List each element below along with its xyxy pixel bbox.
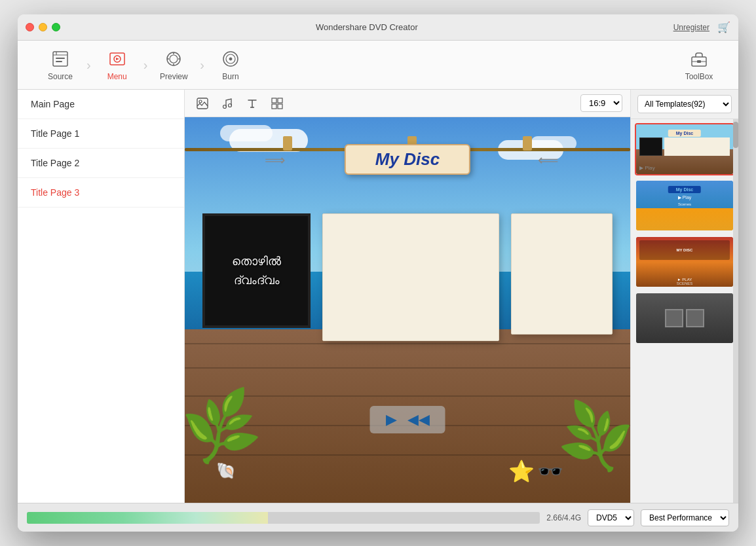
toolbox-label: ToolBox — [685, 72, 713, 81]
unregister-link[interactable]: Unregister — [673, 23, 709, 32]
template-preview-3: MY DISC ► PLAY SCENES — [636, 237, 733, 287]
disc-title-text: My Disc — [375, 149, 440, 169]
grid-tool-button[interactable] — [267, 94, 287, 113]
template-preview-1: My Disc ▶ Play — [636, 124, 733, 174]
svg-rect-27 — [272, 104, 276, 109]
menu-label: Menu — [107, 72, 127, 81]
starfish-icon: ⭐ — [508, 459, 535, 484]
templates-list: My Disc ▶ Play My Disc — [631, 119, 738, 348]
performance-select[interactable]: Best Performance High Quality Normal — [641, 509, 729, 526]
svg-point-9 — [170, 55, 178, 63]
toolbar-item-preview[interactable]: Preview — [144, 42, 203, 88]
toolbox-icon — [689, 48, 709, 69]
titlebar-right: Unregister 🛒 — [673, 21, 730, 33]
templates-panel: All Templates(92) My Disc ▶ Play — [630, 90, 738, 503]
svg-marker-7 — [116, 58, 119, 60]
text-tool-button[interactable] — [242, 94, 262, 113]
toolbar-items: Source › Menu › — [31, 42, 260, 88]
photo-frames-container: തൊഴിൽ ദ്വംദ്വം — [202, 213, 613, 341]
scrollbar-track[interactable] — [733, 119, 738, 503]
main-content: Main Page Title Page 1 Title Page 2 Titl… — [18, 90, 738, 503]
svg-rect-19 — [697, 60, 701, 63]
progress-bar-container — [27, 512, 540, 524]
plank-3 — [185, 395, 630, 397]
burn-label: Burn — [222, 72, 238, 81]
template-preview-4 — [636, 293, 733, 343]
music-tool-button[interactable] — [217, 94, 237, 113]
progress-bar-fill — [27, 512, 268, 524]
plank-1 — [185, 343, 630, 344]
aspect-ratio-select[interactable]: 16:9 4:3 — [580, 94, 622, 112]
svg-rect-28 — [278, 104, 282, 109]
center-panel: 16:9 4:3 — [185, 90, 630, 503]
template-thumb-1[interactable]: My Disc ▶ Play — [635, 123, 734, 175]
editor-toolbar: 16:9 4:3 — [185, 90, 630, 117]
toolbar-item-menu[interactable]: Menu — [88, 42, 147, 88]
cart-icon[interactable]: 🛒 — [717, 21, 730, 33]
source-icon — [50, 48, 71, 69]
image-tool-button[interactable] — [193, 94, 212, 113]
menu-icon — [107, 48, 128, 69]
toolbar-item-source[interactable]: Source — [31, 42, 90, 88]
templates-dropdown[interactable]: All Templates(92) — [637, 95, 732, 113]
beach-decorations: ⭐ 🕶️ — [508, 459, 563, 484]
plank-2 — [185, 367, 630, 369]
back-button[interactable]: ◀◀ — [407, 411, 430, 428]
scrollbar-thumb[interactable] — [733, 122, 738, 148]
source-label: Source — [48, 72, 73, 81]
preview-icon — [163, 48, 184, 69]
svg-rect-3 — [56, 58, 65, 59]
svg-rect-25 — [272, 98, 276, 103]
sidebar: Main Page Title Page 1 Title Page 2 Titl… — [18, 90, 185, 503]
cloud-2 — [220, 125, 273, 141]
toolbar-item-burn[interactable]: Burn — [201, 42, 260, 88]
toolbar: Source › Menu › — [18, 41, 738, 90]
titlebar: Wondershare DVD Creator Unregister 🛒 — [18, 14, 738, 41]
black-photo-frame[interactable]: തൊഴിൽ ദ്വംദ്വം — [202, 213, 311, 328]
status-bar: 2.66/4.4G DVD5 DVD9 Best Performance Hig… — [18, 503, 738, 532]
preview-label: Preview — [160, 72, 188, 81]
svg-point-16 — [229, 58, 232, 60]
beach-background: ⟹ ⟸ My Disc തൊഴിൽ ദ്വംദ്വം — [185, 117, 630, 503]
toolbar-item-toolbox[interactable]: ToolBox — [673, 42, 725, 88]
paper-frame-middle[interactable] — [322, 213, 499, 341]
playback-controls: ▶ ◀◀ — [370, 406, 445, 433]
minimize-button[interactable] — [39, 23, 47, 31]
storage-status: 2.66/4.4G — [546, 513, 581, 522]
dvd-type-select[interactable]: DVD5 DVD9 — [588, 509, 634, 526]
right-arrow-sign: ⟸ — [538, 152, 559, 169]
svg-point-21 — [199, 100, 202, 103]
clothespin-3 — [523, 136, 532, 151]
clothespin-1 — [283, 136, 292, 151]
svg-rect-4 — [56, 61, 62, 62]
left-arrow-sign: ⟹ — [265, 152, 286, 169]
paper-frame-right[interactable] — [511, 213, 613, 335]
maximize-button[interactable] — [52, 23, 60, 31]
sunglasses-icon: 🕶️ — [537, 459, 563, 484]
templates-header: All Templates(92) — [631, 90, 738, 119]
app-title: Wondershare DVD Creator — [60, 22, 673, 32]
svg-rect-26 — [278, 98, 282, 103]
templates-scroll-container: My Disc ▶ Play My Disc — [631, 119, 738, 503]
controls-group: ▶ ◀◀ — [370, 406, 445, 433]
play-button[interactable]: ▶ — [386, 411, 397, 428]
sidebar-item-title-page-2[interactable]: Title Page 2 — [18, 149, 184, 178]
svg-rect-20 — [197, 98, 208, 109]
sidebar-item-main-page[interactable]: Main Page — [18, 90, 184, 119]
disc-title-sign[interactable]: My Disc — [345, 144, 470, 175]
close-button[interactable] — [26, 23, 34, 31]
template-preview-2: My Disc ▶ Play Scenes — [636, 181, 733, 230]
sidebar-item-title-page-3[interactable]: Title Page 3 — [18, 178, 184, 208]
malayalam-text: തൊഴിൽ ദ്വംദ്വം — [225, 246, 288, 297]
shell-left: 🐚 — [216, 462, 236, 480]
sidebar-item-title-page-1[interactable]: Title Page 1 — [18, 119, 184, 149]
template-thumb-4[interactable] — [635, 292, 734, 344]
app-window: Wondershare DVD Creator Unregister 🛒 — [18, 14, 738, 532]
window-controls — [26, 23, 60, 31]
preview-area: ⟹ ⟸ My Disc തൊഴിൽ ദ്വംദ്വം — [185, 117, 630, 503]
burn-icon — [220, 48, 241, 69]
template-thumb-3[interactable]: MY DISC ► PLAY SCENES — [635, 236, 734, 288]
template-thumb-2[interactable]: My Disc ▶ Play Scenes — [635, 179, 734, 232]
